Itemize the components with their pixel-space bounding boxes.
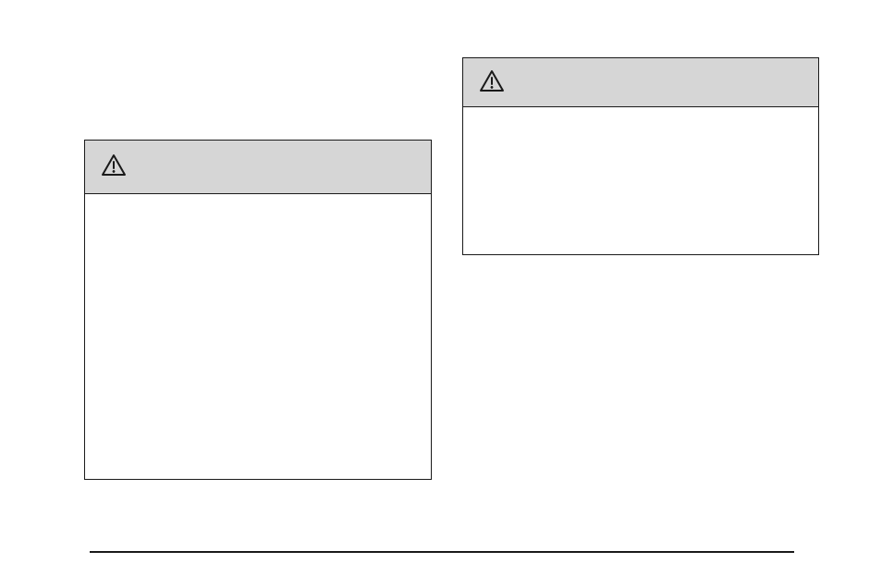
warning-box-left-header (85, 141, 431, 194)
warning-box-left (84, 140, 432, 480)
svg-point-3 (491, 86, 494, 89)
warning-box-right (462, 57, 819, 255)
warning-icon (102, 154, 126, 179)
svg-point-1 (113, 170, 116, 173)
warning-box-right-body (463, 107, 818, 254)
warning-box-left-body (85, 194, 431, 479)
warning-icon (480, 70, 504, 95)
horizontal-rule (90, 551, 794, 553)
warning-box-right-header (463, 58, 818, 107)
